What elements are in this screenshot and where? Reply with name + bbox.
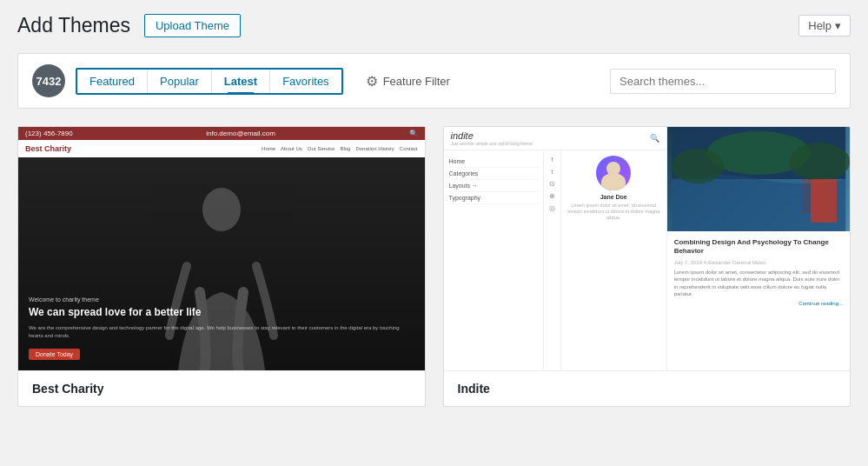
tab-latest[interactable]: Latest [212, 70, 270, 93]
filter-tabs: Featured Popular Latest Favorites [76, 68, 343, 95]
filter-bar: 7432 Featured Popular Latest Favorites ⚙… [17, 53, 851, 109]
tab-featured[interactable]: Featured [77, 70, 148, 93]
svg-point-1 [606, 162, 620, 176]
svg-point-0 [202, 188, 241, 231]
feature-filter-button[interactable]: ⚙ Feature Filter [357, 68, 459, 95]
theme-count-badge: 7432 [32, 64, 65, 97]
bc-hero-desc: We are the comprehensive design and tech… [29, 324, 414, 339]
indite-logo: indite [451, 130, 533, 141]
tab-favorites[interactable]: Favorites [270, 70, 341, 93]
gear-icon: ⚙ [366, 73, 378, 90]
indite-avatar [596, 156, 631, 190]
indite-profile-bio: Lorem ipsum dolor sit amet, do eiusmod t… [567, 203, 661, 221]
bc-phone: (123) 456-7890 [25, 130, 73, 137]
indite-post-area: Combining Design And Psychology To Chang… [667, 127, 850, 370]
themes-grid: (123) 456-7890 info.demo@email.com 🔍 Bes… [17, 126, 851, 407]
indite-profile-name: Jane Doe [567, 194, 661, 200]
indite-post-image [667, 127, 850, 231]
help-label: Help [808, 19, 832, 32]
bc-nav-links: HomeAbout UsOur ServiceBlogDonation Hist… [262, 146, 417, 151]
indite-post-text: Lorem ipsum dolor sit amet, consectetur … [674, 269, 843, 298]
svg-point-8 [789, 143, 850, 181]
indite-search-icon: 🔍 [650, 134, 659, 143]
theme-card-best-charity[interactable]: (123) 456-7890 info.demo@email.com 🔍 Bes… [17, 126, 426, 407]
svg-point-2 [603, 177, 624, 190]
indite-tagline: Just another simple and stylish blog the… [451, 141, 533, 146]
indite-sidebar: Home Categories Layouts → Typography [444, 150, 544, 370]
indite-post-meta: July 7, 2019 4 Alexander General Music [674, 260, 843, 265]
svg-point-7 [672, 149, 724, 183]
chevron-down-icon: ▾ [835, 19, 841, 32]
theme-preview-indite: indite Just another simple and stylish b… [444, 127, 851, 370]
theme-name-best-charity: Best Charity [32, 382, 411, 396]
bc-hero-title: We can spread love for a better life [29, 306, 414, 320]
indite-profile-area: Jane Doe Lorem ipsum dolor sit amet, do … [561, 150, 666, 370]
theme-name-indite: Indite [458, 382, 837, 396]
help-button[interactable]: Help ▾ [798, 15, 851, 37]
theme-card-footer-best-charity: Best Charity [18, 370, 425, 406]
page-title: Add Themes [17, 14, 130, 37]
bc-cta-btn: Donate Today [29, 349, 80, 360]
indite-read-more: Continue reading... [674, 301, 843, 306]
bc-hero-subtitle: Welcome to charity theme [29, 296, 414, 303]
upload-theme-button[interactable]: Upload Theme [144, 14, 241, 37]
tab-popular[interactable]: Popular [148, 70, 212, 93]
bc-email: info.demo@email.com [206, 130, 275, 137]
bc-logo: Best Charity [25, 144, 255, 153]
theme-card-indite[interactable]: indite Just another simple and stylish b… [443, 126, 851, 407]
feature-filter-label: Feature Filter [383, 75, 450, 88]
indite-social: ftG⊕◎ [544, 150, 561, 370]
theme-card-footer-indite: Indite [444, 370, 851, 406]
search-icon: 🔍 [409, 130, 418, 137]
indite-post-title: Combining Design And Psychology To Chang… [674, 238, 843, 256]
search-themes-input[interactable] [610, 69, 836, 94]
theme-preview-best-charity: (123) 456-7890 info.demo@email.com 🔍 Bes… [18, 127, 425, 370]
